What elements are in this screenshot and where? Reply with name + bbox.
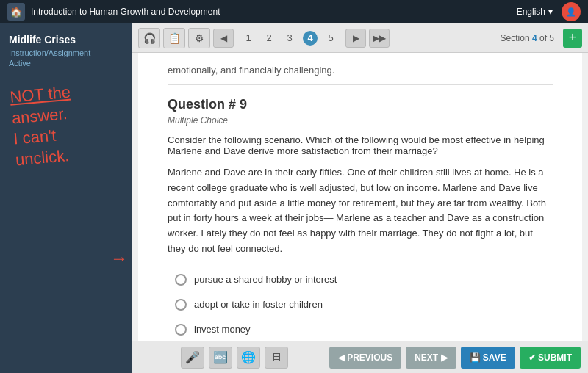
passage-text: Marlene and Dave are in their early fift… (168, 165, 553, 257)
section-number: 4 (532, 33, 537, 43)
top-bar: 🏠 Introduction to Human Growth and Devel… (0, 0, 588, 23)
mic-icon: 🎤 (185, 350, 200, 364)
course-title: Introduction to Human Growth and Develop… (31, 7, 517, 17)
fast-forward-nav-button[interactable]: ▶▶ (369, 29, 390, 48)
toolbar-icons: 🎤 🔤 🌐 🖥 (140, 347, 329, 369)
option-a[interactable]: pursue a shared hobby or interest (168, 269, 553, 291)
screen-button[interactable]: 🖥 (265, 347, 288, 369)
radio-c[interactable] (175, 324, 187, 336)
question-type: Multiple Choice (168, 115, 553, 126)
translate-icon: 🔤 (213, 350, 228, 364)
scenario-text: Consider the following scenario. Which o… (168, 134, 553, 156)
bookmark-icon-button[interactable]: 📋 (163, 28, 185, 48)
page-2[interactable]: 2 (262, 31, 276, 46)
globe-icon: 🌐 (241, 350, 256, 364)
translate-button[interactable]: 🔤 (209, 347, 232, 369)
page-numbers: 1 2 3 4 5 (241, 31, 338, 46)
page-5[interactable]: 5 (323, 31, 338, 46)
option-b-text: adopt or take in foster children (194, 299, 323, 310)
content-wrapper: 🎧 📋 ⚙ ◀ 1 2 3 4 5 ▶ ▶▶ Section 4 of 5 + … (132, 23, 588, 373)
settings-icon-button[interactable]: ⚙ (188, 28, 210, 48)
question-title: Question # 9 (168, 97, 553, 112)
avatar[interactable]: 👤 (562, 2, 581, 21)
radio-a[interactable] (175, 274, 187, 286)
intro-text: emotionally, and financially challenging… (168, 65, 553, 85)
section-label: Section 4 of 5 (501, 33, 554, 43)
back-nav-button[interactable]: ◀ (213, 29, 234, 48)
forward-nav-button[interactable]: ▶ (345, 29, 366, 48)
bottom-toolbar: 🎤 🔤 🌐 🖥 ◀ PREVIOUS NEXT ▶ 💾 SAVE ✔ SUBMI… (132, 341, 588, 373)
handwriting-not: NOT the (9, 83, 71, 106)
mic-button[interactable]: 🎤 (181, 347, 204, 369)
add-button[interactable]: + (563, 29, 582, 48)
option-c-text: invest money (194, 324, 251, 335)
nav-actions: ◀ PREVIOUS NEXT ▶ 💾 SAVE ✔ SUBMIT (329, 347, 581, 369)
page-3[interactable]: 3 (282, 31, 297, 46)
prev-button[interactable]: ◀ PREVIOUS (329, 347, 401, 369)
submit-button[interactable]: ✔ SUBMIT (520, 347, 581, 369)
sidebar-status: Active (9, 59, 123, 68)
page-1[interactable]: 1 (241, 31, 256, 46)
sidebar-title: Midlife Crises (9, 34, 123, 46)
page-4[interactable]: 4 (303, 31, 318, 46)
next-button[interactable]: NEXT ▶ (406, 347, 456, 369)
content-area: emotionally, and financially challenging… (138, 53, 582, 341)
home-button[interactable]: 🏠 (7, 3, 25, 21)
section-total: 5 (549, 33, 554, 43)
language-selector[interactable]: English ▾ (517, 7, 553, 17)
audio-icon-button[interactable]: 🎧 (138, 28, 160, 48)
chevron-down-icon: ▾ (548, 7, 553, 17)
globe-button[interactable]: 🌐 (237, 347, 260, 369)
screen-icon: 🖥 (270, 351, 282, 364)
radio-b[interactable] (175, 299, 187, 311)
option-c[interactable]: invest money (168, 319, 553, 341)
sidebar: Midlife Crises Instruction/Assignment Ac… (0, 23, 132, 373)
answer-options: pursue a shared hobby or interest adopt … (168, 269, 553, 341)
option-b[interactable]: adopt or take in foster children (168, 294, 553, 316)
main-layout: Midlife Crises Instruction/Assignment Ac… (0, 23, 588, 373)
save-button[interactable]: 💾 SAVE (461, 347, 515, 369)
language-label: English (517, 7, 545, 17)
sidebar-subtitle: Instruction/Assignment (9, 48, 123, 57)
handwriting-annotation: NOT the answer. I can't unclick. (9, 78, 126, 171)
option-a-text: pursue a shared hobby or interest (194, 274, 337, 285)
nav-bar: 🎧 📋 ⚙ ◀ 1 2 3 4 5 ▶ ▶▶ Section 4 of 5 + (132, 23, 588, 53)
